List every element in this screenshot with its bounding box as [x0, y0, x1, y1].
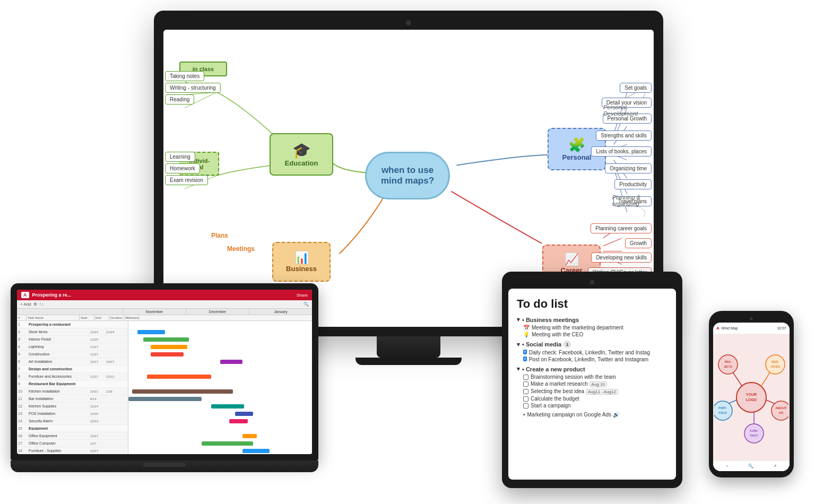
svg-text:JECTS: JECTS — [724, 365, 733, 368]
todo-item-market-research: Make a market research Aug 10 — [523, 381, 667, 387]
leaf-strengths: Strengths and skills — [596, 131, 652, 141]
checkbox-best-idea[interactable] — [523, 389, 528, 394]
leaf-set-goals: Set goals — [620, 83, 652, 93]
todo-item-budget: Calculate the budget — [523, 396, 667, 402]
leaf-taking-notes: Taking notes — [165, 71, 204, 81]
leaf-productivity: Productivity — [614, 179, 652, 189]
todo-item-daily-check: f Daily check: Facebook, LinkedIn, Twitt… — [523, 350, 667, 355]
tablet-screen: To do list ▾ • Business meetings 📅 Meeti… — [508, 289, 676, 480]
meetings-node: Meetings — [227, 245, 255, 253]
gantt-header: A Prospering a re... Share — [17, 290, 312, 300]
personal-label: Personal — [562, 153, 592, 161]
todo-item-google-ads: • Marketing campaign on Google Ads 🔊 — [523, 412, 667, 418]
gantt-bars-area — [128, 321, 312, 454]
leaf-exam: Exam revision — [165, 175, 208, 185]
svg-point-26 — [771, 401, 788, 420]
todo-item-campaign: Start a campaign — [523, 403, 667, 409]
gantt-title: Prospering a re... — [32, 292, 72, 298]
svg-line-15 — [603, 238, 622, 246]
leaf-career-goals: Planning career goals — [591, 223, 652, 233]
svg-point-34 — [714, 401, 732, 420]
toolbar-btn-1[interactable]: + Add — [20, 302, 31, 307]
business-node: 📊 Business — [272, 242, 331, 282]
checkbox-campaign[interactable] — [523, 403, 528, 409]
laptop-screen-frame: A Prospering a re... Share + Add ⚙ ↑↓ 🔍 — [11, 283, 318, 460]
personal-dev-label: PersonalDevelopment — [603, 104, 638, 117]
svg-point-22 — [766, 355, 785, 374]
toolbar-btn-2[interactable]: ⚙ — [33, 302, 37, 307]
gantt-app: A Prospering a re... Share + Add ⚙ ↑↓ 🔍 — [17, 290, 312, 454]
main-scene: when to use mind maps? 🎓 Education 🧩 Per… — [0, 0, 815, 504]
checkbox-brainstorm[interactable] — [523, 375, 528, 380]
personal-icon: 🧩 — [568, 137, 585, 153]
toolbar-btn-3[interactable]: ↑↓ — [39, 302, 44, 307]
leaf-new-skills: Developing new skills — [591, 253, 652, 263]
tablet: To do list ▾ • Business meetings 📅 Meeti… — [502, 272, 682, 488]
gantt-toolbar: + Add ⚙ ↑↓ 🔍 — [17, 300, 312, 309]
svg-text:VICES: VICES — [770, 365, 780, 368]
todo-item-best-idea: Selecting the best idea Aug11 - Aug12 — [523, 388, 667, 395]
business-icon: 📊 — [294, 251, 309, 265]
checkbox-budget[interactable] — [523, 396, 528, 402]
leaf-writing: Writing - structuring — [165, 83, 221, 93]
svg-text:SER-: SER- — [771, 360, 779, 363]
todo-section-social: ▾ • Social media 1 f Daily check: Facebo… — [517, 341, 667, 362]
tablet-frame: To do list ▾ • Business meetings 📅 Meeti… — [502, 272, 682, 488]
leaf-growth: Growth — [625, 238, 652, 248]
monitor-base — [356, 358, 462, 365]
todo-section-product: ▾ • Create a new product Brainstorming s… — [517, 366, 667, 409]
todo-section-social-header: ▾ • Social media 1 — [517, 341, 667, 348]
toolbar-search[interactable]: 🔍 — [304, 302, 309, 307]
todo-item-marketing-meeting: 📅 Meeting with the marketing department — [523, 325, 667, 331]
svg-text:PORT-: PORT- — [718, 406, 727, 410]
laptop-screen: A Prospering a re... Share + Add ⚙ ↑↓ 🔍 — [17, 290, 312, 454]
leaf-lists: Lists of books, places — [591, 146, 652, 157]
svg-text:ABOUT: ABOUT — [775, 406, 787, 410]
svg-text:CON-: CON- — [750, 429, 758, 432]
tablet-camera — [590, 280, 594, 284]
phone-btn-add[interactable]: + — [726, 464, 729, 468]
laptop-base — [11, 460, 318, 472]
svg-text:FOLIO: FOLIO — [718, 411, 726, 414]
phone-camera — [750, 317, 753, 320]
leaf-learning: Learning — [165, 152, 195, 162]
todo-section-product-header: ▾ • Create a new product — [517, 366, 667, 372]
svg-text:TACT: TACT — [750, 434, 758, 437]
svg-text:YOUR: YOUR — [746, 393, 757, 396]
gantt-date-header: November December January — [17, 309, 312, 315]
svg-point-18 — [736, 383, 766, 412]
svg-text:US: US — [779, 411, 783, 414]
plans-node: Plans — [211, 232, 228, 239]
gantt-task-list: 1 Prospering a restaurant 2Store Items11… — [17, 321, 128, 454]
todo-section-business-header: ▾ • Business meetings — [517, 316, 667, 323]
todo-item-post: f Post on Facebook, LinkedIn, Twitter an… — [523, 357, 667, 362]
gantt-col-headers: # Task Name Start End Duration Milestone — [17, 315, 312, 321]
career-icon: 📈 — [565, 253, 579, 266]
gantt-rows-container: 1 Prospering a restaurant 2Store Items11… — [17, 321, 312, 454]
phone: A Mind Map 10:07 YOUR LOGO — [709, 311, 794, 477]
leaf-reading: Reading — [165, 94, 194, 105]
planning-label: Planning &organizing — [612, 194, 640, 207]
todo-section-business: ▾ • Business meetings 📅 Meeting with the… — [517, 316, 667, 337]
phone-diagram-area: YOUR LOGO SER- VICES ABOUT US — [713, 334, 790, 460]
leaf-organizing: Organizing time — [605, 163, 652, 173]
monitor-stand — [377, 336, 440, 358]
phone-btn-zoom[interactable]: 🔍 — [748, 464, 753, 468]
checkbox-market-research[interactable] — [523, 381, 528, 387]
todo-item-ceo-meeting: 💡 Meeting with the CEO — [523, 332, 667, 337]
central-node: when to use mind maps? — [365, 152, 450, 199]
education-icon: 🎓 — [292, 142, 311, 159]
education-label: Education — [285, 159, 318, 167]
phone-frame: A Mind Map 10:07 YOUR LOGO — [709, 311, 794, 477]
svg-text:PRO-: PRO- — [725, 360, 732, 363]
business-label: Business — [286, 265, 317, 273]
phone-bottom-bar: + 🔍 ↗ — [713, 460, 790, 471]
svg-point-38 — [718, 355, 738, 374]
phone-screen: A Mind Map 10:07 YOUR LOGO — [713, 323, 790, 471]
monitor-camera — [406, 20, 411, 25]
leaf-homework: Homework — [165, 163, 200, 173]
svg-point-30 — [744, 424, 764, 443]
phone-btn-share[interactable]: ↗ — [773, 464, 777, 468]
laptop: A Prospering a re... Share + Add ⚙ ↑↓ 🔍 — [11, 283, 318, 472]
todo-title: To do list — [517, 297, 667, 311]
